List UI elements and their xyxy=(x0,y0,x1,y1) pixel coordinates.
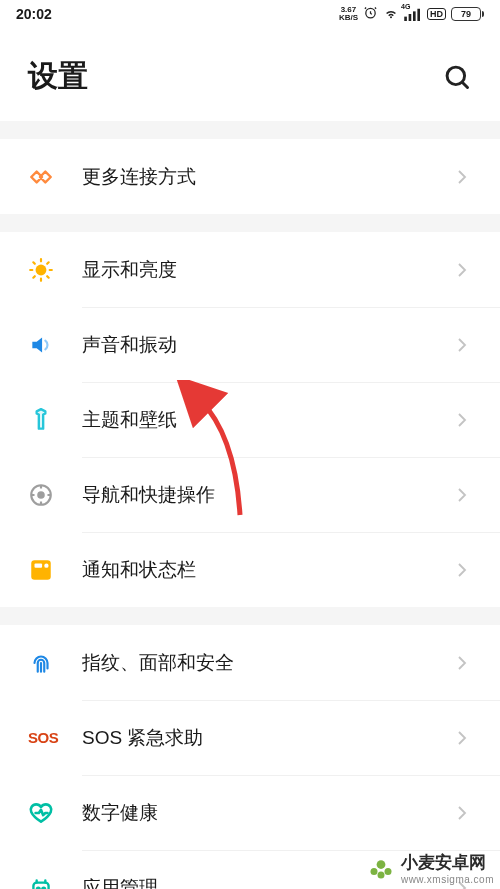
watermark-brand: 小麦安卓网 xyxy=(401,853,486,872)
chevron-right-icon xyxy=(452,653,472,673)
health-icon xyxy=(28,800,82,826)
svg-point-8 xyxy=(38,492,43,497)
apps-icon xyxy=(28,875,82,890)
item-label: 主题和壁纸 xyxy=(82,407,177,433)
page-title: 设置 xyxy=(28,56,88,97)
signal-icon: 4G xyxy=(404,7,422,21)
watermark: 小麦安卓网 www.xmsigma.com xyxy=(367,851,494,885)
item-label: 数字健康 xyxy=(82,800,158,826)
item-label: 指纹、面部和安全 xyxy=(82,650,234,676)
divider xyxy=(0,214,500,232)
svg-point-17 xyxy=(384,868,391,875)
chevron-right-icon xyxy=(452,410,472,430)
fingerprint-icon xyxy=(28,650,82,676)
network-speed: 3.67 KB/S xyxy=(339,6,358,22)
chevron-right-icon xyxy=(452,728,472,748)
svg-rect-1 xyxy=(404,17,407,21)
watermark-logo xyxy=(367,854,395,882)
chevron-right-icon xyxy=(452,260,472,280)
battery-icon: 79 xyxy=(451,7,484,21)
chevron-right-icon xyxy=(452,560,472,580)
item-label: 声音和振动 xyxy=(82,332,177,358)
svg-rect-3 xyxy=(413,11,416,21)
chevron-right-icon xyxy=(452,803,472,823)
svg-point-18 xyxy=(377,872,384,879)
item-label: 更多连接方式 xyxy=(82,164,196,190)
notif-icon xyxy=(28,557,82,583)
item-sound[interactable]: 声音和振动 xyxy=(0,307,500,382)
search-icon xyxy=(443,63,471,91)
divider xyxy=(0,607,500,625)
page-header: 设置 xyxy=(0,28,500,121)
alarm-icon xyxy=(363,5,378,23)
link-icon xyxy=(28,164,82,190)
theme-icon xyxy=(28,407,82,433)
svg-point-6 xyxy=(36,264,47,275)
svg-rect-12 xyxy=(33,882,48,889)
svg-rect-10 xyxy=(35,563,43,567)
item-more-connections[interactable]: 更多连接方式 xyxy=(0,139,500,214)
svg-rect-9 xyxy=(31,560,51,580)
item-security[interactable]: 指纹、面部和安全 xyxy=(0,625,500,700)
nav-icon xyxy=(28,482,82,508)
svg-rect-4 xyxy=(417,9,420,21)
svg-rect-2 xyxy=(409,14,412,21)
item-label: 应用管理 xyxy=(82,875,158,890)
item-sos[interactable]: SOS SOS 紧急求助 xyxy=(0,700,500,775)
sound-icon xyxy=(28,332,82,358)
divider xyxy=(0,121,500,139)
item-label: 显示和亮度 xyxy=(82,257,177,283)
hd-icon: HD xyxy=(427,8,446,21)
watermark-url: www.xmsigma.com xyxy=(401,874,494,885)
item-label: 通知和状态栏 xyxy=(82,557,196,583)
chevron-right-icon xyxy=(452,335,472,355)
svg-point-16 xyxy=(377,860,386,869)
item-navigation[interactable]: 导航和快捷操作 xyxy=(0,457,500,532)
chevron-right-icon xyxy=(452,485,472,505)
sos-icon: SOS xyxy=(28,729,82,746)
item-display[interactable]: 显示和亮度 xyxy=(0,232,500,307)
svg-point-11 xyxy=(44,563,48,567)
item-notifications[interactable]: 通知和状态栏 xyxy=(0,532,500,607)
item-label: 导航和快捷操作 xyxy=(82,482,215,508)
item-theme[interactable]: 主题和壁纸 xyxy=(0,382,500,457)
wifi-icon xyxy=(383,5,399,24)
item-label: SOS 紧急求助 xyxy=(82,725,203,751)
item-digital-health[interactable]: 数字健康 xyxy=(0,775,500,850)
chevron-right-icon xyxy=(452,167,472,187)
svg-point-15 xyxy=(370,868,377,875)
status-bar: 20:02 3.67 KB/S 4G HD 79 xyxy=(0,0,500,28)
clock: 20:02 xyxy=(16,6,52,22)
search-button[interactable] xyxy=(442,62,472,92)
brightness-icon xyxy=(28,257,82,283)
